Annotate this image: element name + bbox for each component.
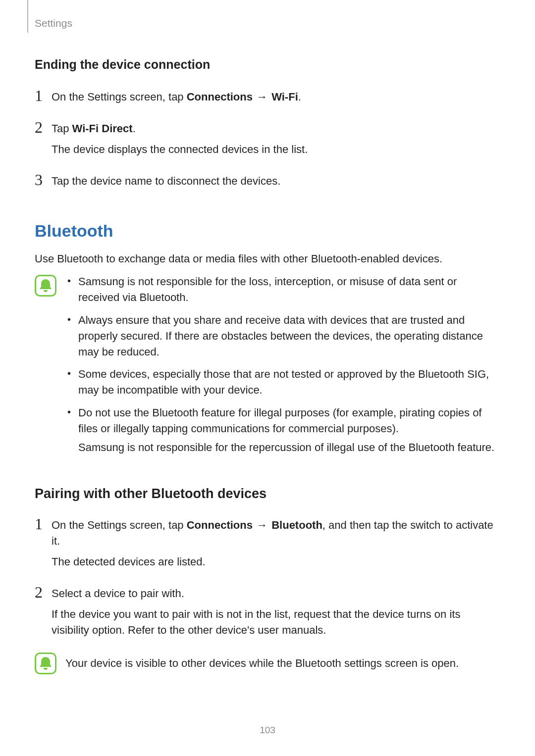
step-number: 1 — [35, 515, 52, 533]
pairing-step-1: 1 On the Settings screen, tap Connection… — [35, 515, 500, 575]
bold-connections: Connections — [187, 519, 253, 531]
note-item: Always ensure that you share and receive… — [65, 312, 500, 360]
note-bell-icon — [35, 275, 56, 297]
note-subtext: Samsung is not responsible for the reper… — [78, 440, 500, 455]
pairing-step-2: 2 Select a device to pair with. If the d… — [35, 584, 500, 643]
arrow-glyph: → — [253, 519, 271, 531]
step-extra: The device displays the connected device… — [52, 142, 500, 157]
note-bell-icon — [35, 653, 56, 674]
step-number: 3 — [35, 171, 52, 189]
step-extra: The detected devices are listed. — [52, 554, 500, 570]
step-text: Tap the device name to disconnect the de… — [52, 173, 500, 189]
step-text: On the Settings screen, tap Connections … — [52, 89, 500, 105]
bluetooth-intro: Use Bluetooth to exchange data or media … — [35, 251, 500, 267]
note-item: Do not use the Bluetooth feature for ill… — [65, 405, 500, 455]
ending-step-1: 1 On the Settings screen, tap Connection… — [35, 87, 500, 110]
step-text: Tap Wi-Fi Direct. — [52, 121, 500, 137]
step-number: 2 — [35, 584, 52, 601]
bluetooth-notes-block: Samsung is not responsible for the loss,… — [35, 274, 500, 462]
text-fragment: . — [133, 122, 136, 135]
text-fragment: On the Settings screen, tap — [52, 91, 187, 103]
ending-step-3: 3 Tap the device name to disconnect the … — [35, 171, 500, 194]
note-text: Samsung is not responsible for the loss,… — [78, 275, 457, 303]
page-body: Ending the device connection 1 On the Se… — [0, 0, 535, 674]
ending-step-2: 2 Tap Wi-Fi Direct. The device displays … — [35, 119, 500, 162]
note-text: Your device is visible to other devices … — [65, 655, 500, 671]
step-number: 1 — [35, 87, 52, 104]
note-text: Some devices, especially those that are … — [78, 368, 489, 396]
note-item: Samsung is not responsible for the loss,… — [65, 274, 500, 305]
step-number: 2 — [35, 119, 52, 136]
heading-pairing: Pairing with other Bluetooth devices — [35, 484, 500, 504]
text-fragment: . — [298, 91, 301, 103]
step-text: On the Settings screen, tap Connections … — [52, 517, 500, 549]
bold-connections: Connections — [187, 91, 253, 103]
bold-bluetooth: Bluetooth — [271, 519, 322, 531]
page-number: 103 — [0, 723, 535, 737]
step-extra: If the device you want to pair with is n… — [52, 606, 500, 638]
bold-wifi: Wi-Fi — [271, 91, 298, 103]
pairing-visibility-note: Your device is visible to other devices … — [35, 652, 500, 674]
step-text: Select a device to pair with. — [52, 586, 500, 602]
note-item: Some devices, especially those that are … — [65, 366, 500, 398]
note-text: Do not use the Bluetooth feature for ill… — [78, 406, 482, 435]
heading-bluetooth: Bluetooth — [35, 219, 500, 243]
bluetooth-note-list: Samsung is not responsible for the loss,… — [65, 274, 500, 455]
header-rule — [27, 0, 28, 33]
header-section-label: Settings — [35, 16, 72, 31]
note-text: Always ensure that you share and receive… — [78, 314, 483, 358]
bold-wifi-direct: Wi-Fi Direct — [72, 122, 133, 135]
text-fragment: Tap — [52, 122, 72, 135]
arrow-glyph: → — [253, 91, 271, 103]
text-fragment: On the Settings screen, tap — [52, 519, 187, 531]
heading-ending-connection: Ending the device connection — [35, 55, 500, 73]
